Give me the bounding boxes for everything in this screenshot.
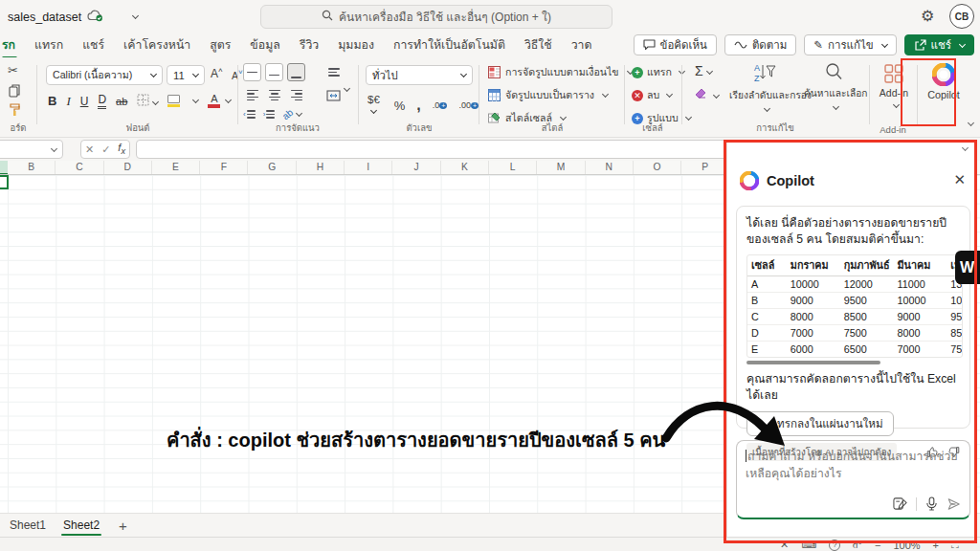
- align-bottom-button[interactable]: [287, 63, 305, 81]
- insert-into-sheet-button[interactable]: + แทรกลงในแผ่นงานใหม่: [746, 411, 894, 436]
- zoom-level[interactable]: 100%: [893, 540, 920, 551]
- underline-button[interactable]: U: [80, 95, 89, 108]
- microphone-icon[interactable]: [925, 496, 938, 511]
- align-center-button[interactable]: [265, 86, 283, 104]
- fill-color-button[interactable]: [167, 95, 180, 108]
- number-format-select[interactable]: ทั่วไป: [366, 65, 473, 85]
- copilot-input-box[interactable]: ถามคำถาม หรือบอกฉันว่าฉันสามารถช่วยเหลือ…: [736, 440, 970, 519]
- column-header-m[interactable]: M: [537, 161, 585, 174]
- align-right-button[interactable]: [287, 86, 305, 104]
- send-icon[interactable]: [947, 497, 961, 511]
- fullscreen-icon[interactable]: ⛶: [951, 539, 959, 551]
- column-header-g[interactable]: G: [248, 161, 296, 174]
- conditional-formatting-button[interactable]: การจัดรูปแบบตามเงื่อนไข: [488, 64, 633, 80]
- column-header-n[interactable]: N: [586, 161, 634, 174]
- column-header-p[interactable]: P: [681, 161, 729, 174]
- column-header-d[interactable]: D: [104, 161, 152, 174]
- column-header-k[interactable]: K: [441, 161, 489, 174]
- comments-button[interactable]: ข้อคิดเห็น: [634, 34, 717, 55]
- ribbon-tab-0[interactable]: รก: [0, 32, 25, 59]
- ribbon-tab-1[interactable]: แทรก: [25, 32, 73, 59]
- column-header-e[interactable]: E: [152, 161, 200, 174]
- increase-font-icon[interactable]: A˄: [211, 66, 223, 80]
- increase-decimal-button[interactable]: .0+: [433, 100, 448, 110]
- ribbon-tab-2[interactable]: แชร์: [73, 32, 114, 59]
- prompt-guide-icon[interactable]: [893, 496, 907, 511]
- title-dropdown-chevron-icon[interactable]: [132, 12, 139, 19]
- strikethrough-button[interactable]: ab: [116, 96, 127, 107]
- column-header-o[interactable]: O: [634, 161, 681, 174]
- font-color-button[interactable]: A: [208, 94, 220, 108]
- copy-icon[interactable]: [9, 84, 20, 100]
- autosum-button[interactable]: Σ: [695, 63, 712, 78]
- help-icon[interactable]: ?: [829, 540, 840, 551]
- wrap-text-button[interactable]: [324, 63, 343, 81]
- orientation-button[interactable]: ab: [280, 107, 296, 122]
- zoom-in-icon[interactable]: +: [933, 540, 939, 551]
- column-header-l[interactable]: L: [489, 161, 537, 174]
- column-header-b[interactable]: B: [8, 161, 56, 174]
- table-scrollbar[interactable]: [746, 361, 880, 364]
- copilot-ribbon-button[interactable]: Copilot: [919, 57, 969, 138]
- double-underline-button[interactable]: D: [98, 93, 106, 109]
- merge-center-button[interactable]: [324, 86, 343, 104]
- column-header-h[interactable]: H: [297, 161, 345, 174]
- borders-button[interactable]: [137, 94, 158, 109]
- collapse-ribbon-chevron-icon[interactable]: [965, 117, 973, 130]
- sheet-tab-sheet2[interactable]: Sheet2: [61, 516, 101, 535]
- active-cell[interactable]: [0, 175, 9, 189]
- avatar[interactable]: CB: [949, 4, 974, 29]
- add-sheet-button[interactable]: +: [119, 518, 127, 534]
- fx-icon[interactable]: fx: [118, 142, 125, 156]
- cut-icon[interactable]: ✂: [8, 63, 18, 77]
- sort-filter-button[interactable]: AZ เรียงลำดับและกรอง: [729, 61, 800, 116]
- confirm-entry-icon[interactable]: ✓: [101, 143, 110, 156]
- column-header-i[interactable]: I: [345, 161, 392, 174]
- ribbon-tab-4[interactable]: สูตร: [200, 32, 240, 59]
- search-input[interactable]: ค้นหาเครื่องมือ วิธีใช้ และอื่นๆ (Option…: [260, 5, 612, 29]
- font-name-select[interactable]: Calibri (เนื้อความ): [46, 65, 163, 85]
- cancel-entry-icon[interactable]: ✕: [85, 143, 94, 156]
- zoom-out-icon[interactable]: −: [875, 540, 880, 551]
- accessibility-icon[interactable]: ✕: [780, 539, 789, 551]
- name-box[interactable]: [0, 140, 63, 159]
- ribbon-tab-10[interactable]: วาด: [562, 32, 602, 59]
- insert-cells-button[interactable]: + แทรก: [632, 64, 684, 80]
- currency-format-button[interactable]: $€: [368, 94, 383, 117]
- sheet-tab-sheet1[interactable]: Sheet1: [8, 516, 48, 535]
- format-painter-icon[interactable]: [9, 103, 21, 120]
- percent-format-button[interactable]: %: [394, 99, 406, 113]
- catch-up-button[interactable]: ติดตาม: [724, 34, 796, 55]
- increase-indent-button[interactable]: ›: [263, 110, 276, 119]
- editing-mode-button[interactable]: ✎ การแก้ไข: [804, 34, 896, 55]
- align-top-button[interactable]: [243, 63, 261, 81]
- align-left-button[interactable]: [243, 86, 261, 104]
- align-middle-button[interactable]: [265, 63, 283, 81]
- format-as-table-button[interactable]: จัดรูปแบบเป็นตาราง: [488, 87, 608, 103]
- keyboard-icon[interactable]: ⌨: [801, 539, 816, 551]
- settings-gear-icon[interactable]: ⚙: [921, 7, 934, 25]
- people-icon[interactable]: ꭤ°: [853, 539, 862, 551]
- delete-cells-button[interactable]: ✕ ลบ: [632, 87, 672, 103]
- column-header-c[interactable]: C: [56, 161, 103, 174]
- ribbon-tab-3[interactable]: เค้าโครงหน้า: [114, 32, 200, 59]
- ribbon-tab-7[interactable]: มุมมอง: [328, 32, 384, 59]
- document-title-area[interactable]: sales_dataset: [8, 9, 138, 25]
- ribbon-tab-8[interactable]: การทำให้เป็นอัตโนมัติ: [384, 32, 515, 59]
- close-pane-icon[interactable]: ✕: [953, 171, 966, 188]
- share-button[interactable]: แชร์: [904, 34, 974, 55]
- pane-collapse-chevron-icon[interactable]: [962, 144, 969, 151]
- italic-button[interactable]: I: [66, 94, 70, 109]
- clear-button[interactable]: [695, 88, 719, 102]
- ribbon-tab-9[interactable]: วิธีใช้: [515, 32, 562, 59]
- decrease-indent-button[interactable]: ‹: [243, 110, 256, 119]
- find-select-button[interactable]: ค้นหาและเลือก: [804, 61, 863, 114]
- comma-format-button[interactable]: ,: [416, 97, 420, 114]
- addin-button[interactable]: Add-in: [879, 63, 909, 112]
- decrease-decimal-button[interactable]: .00+: [458, 100, 479, 110]
- font-size-select[interactable]: 11: [167, 65, 205, 85]
- column-header-j[interactable]: J: [392, 161, 440, 174]
- ribbon-tab-5[interactable]: ข้อมูล: [240, 32, 289, 59]
- ribbon-tab-6[interactable]: รีวิว: [290, 32, 328, 59]
- column-header-f[interactable]: F: [200, 161, 248, 174]
